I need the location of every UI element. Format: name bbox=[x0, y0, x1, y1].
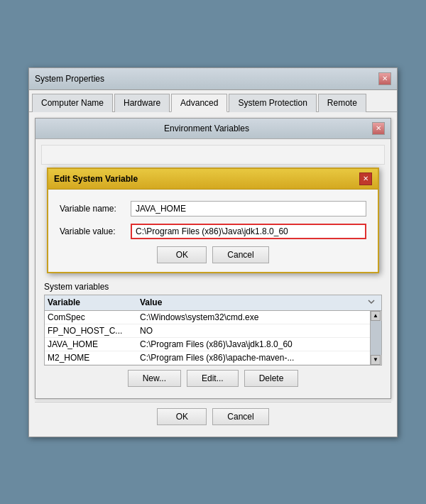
system-variables-label: System variables bbox=[44, 282, 382, 292]
title-bar-buttons: ✕ bbox=[378, 72, 391, 85]
col-scroll-header bbox=[367, 297, 378, 308]
edit-cancel-button[interactable]: Cancel bbox=[212, 246, 268, 263]
tab-advanced[interactable]: Advanced bbox=[171, 94, 227, 112]
variable-value-input[interactable] bbox=[131, 224, 366, 239]
system-variables-buttons: New... Edit... Delete bbox=[44, 370, 382, 387]
cell-variable-2: JAVA_HOME bbox=[48, 339, 140, 349]
env-close-button[interactable]: ✕ bbox=[372, 122, 385, 135]
main-bottom-buttons: OK Cancel bbox=[35, 402, 391, 431]
col-value-header: Value bbox=[140, 297, 367, 308]
tab-system-protection[interactable]: System Protection bbox=[229, 94, 316, 112]
main-content: Environment Variables ✕ Edit System Vari… bbox=[29, 112, 397, 437]
window-title: System Properties bbox=[35, 74, 104, 84]
col-variable-header: Variable bbox=[48, 297, 140, 308]
edit-system-variable-dialog: Edit System Variable ✕ Variable name: Va… bbox=[47, 168, 379, 273]
table-row[interactable]: ComSpec C:\Windows\system32\cmd.exe bbox=[45, 311, 381, 324]
table-row[interactable]: M2_HOME C:\Program Files (x86)\apache-ma… bbox=[45, 351, 381, 365]
env-title-bar: Environment Variables ✕ bbox=[36, 119, 390, 139]
cell-variable-3: M2_HOME bbox=[48, 353, 140, 363]
table-row[interactable]: JAVA_HOME C:\Program Files (x86)\Java\jd… bbox=[45, 338, 381, 351]
edit-ok-button[interactable]: OK bbox=[157, 246, 207, 263]
title-bar: System Properties ✕ bbox=[29, 68, 397, 90]
env-variables-window: Environment Variables ✕ Edit System Vari… bbox=[35, 118, 391, 399]
variable-name-input[interactable] bbox=[131, 201, 366, 217]
tab-remote[interactable]: Remote bbox=[318, 94, 366, 112]
edit-dialog-body: Variable name: Variable value: OK Cancel bbox=[48, 190, 378, 272]
main-ok-button[interactable]: OK bbox=[157, 408, 207, 425]
scroll-up-arrow[interactable]: ▲ bbox=[371, 311, 381, 321]
variable-name-row: Variable name: bbox=[60, 201, 366, 217]
edit-dialog-close-button[interactable]: ✕ bbox=[359, 172, 372, 185]
tab-hardware[interactable]: Hardware bbox=[114, 94, 170, 112]
cell-variable-1: FP_NO_HOST_C... bbox=[48, 326, 140, 336]
tab-computer-name[interactable]: Computer Name bbox=[32, 94, 113, 112]
edit-dialog-title-bar: Edit System Variable ✕ bbox=[48, 169, 378, 190]
cell-value-3: C:\Program Files (x86)\apache-maven-... bbox=[140, 353, 378, 363]
cell-value-1: NO bbox=[140, 326, 378, 336]
edit-dialog-buttons: OK Cancel bbox=[60, 246, 366, 263]
new-system-var-button[interactable]: New... bbox=[128, 370, 181, 387]
table-body: ComSpec C:\Windows\system32\cmd.exe FP_N… bbox=[45, 311, 381, 365]
user-variables-partial bbox=[41, 145, 385, 165]
variable-name-label: Variable name: bbox=[60, 204, 131, 214]
scroll-thumb[interactable] bbox=[371, 321, 381, 355]
main-cancel-button[interactable]: Cancel bbox=[212, 408, 268, 425]
system-variables-section: System variables Variable Value bbox=[41, 279, 385, 390]
edit-dialog-title: Edit System Variable bbox=[54, 174, 359, 184]
variable-value-label: Variable value: bbox=[60, 226, 131, 236]
scroll-down-arrow[interactable]: ▼ bbox=[371, 355, 381, 365]
table-row[interactable]: FP_NO_HOST_C... NO bbox=[45, 324, 381, 338]
system-properties-window: System Properties ✕ Computer Name Hardwa… bbox=[28, 67, 398, 437]
variable-value-row: Variable value: bbox=[60, 224, 366, 239]
edit-system-var-button[interactable]: Edit... bbox=[187, 370, 239, 387]
system-variables-table: Variable Value ComSpec C:\Wi bbox=[44, 295, 382, 366]
cell-value-2: C:\Program Files (x86)\Java\jdk1.8.0_60 bbox=[140, 339, 378, 349]
tab-bar: Computer Name Hardware Advanced System P… bbox=[29, 90, 397, 112]
env-content: Edit System Variable ✕ Variable name: Va… bbox=[36, 139, 390, 398]
scrollbar[interactable]: ▲ ▼ bbox=[370, 311, 381, 365]
delete-system-var-button[interactable]: Delete bbox=[244, 370, 299, 387]
cell-value-0: C:\Windows\system32\cmd.exe bbox=[140, 312, 378, 322]
env-window-title: Environment Variables bbox=[41, 124, 372, 133]
table-header: Variable Value bbox=[45, 295, 381, 311]
close-button[interactable]: ✕ bbox=[378, 72, 391, 85]
cell-variable-0: ComSpec bbox=[48, 312, 140, 322]
